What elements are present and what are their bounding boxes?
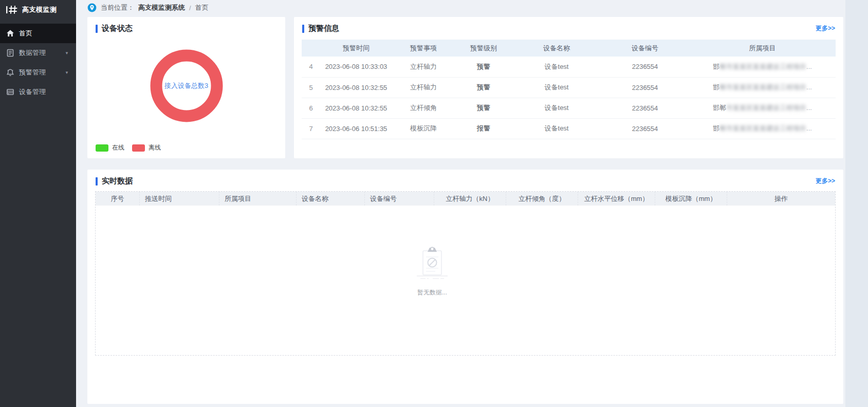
col-header: 设备编号 xyxy=(601,40,689,57)
col-header: 操作 xyxy=(727,192,835,206)
logo[interactable]: 高支模监测 xyxy=(0,0,76,21)
sidebar-item-label: 数据管理 xyxy=(19,48,46,58)
cell-level: 报警 xyxy=(455,118,512,139)
breadcrumb: 当前位置： 高支模监测系统 / 首页 xyxy=(76,0,845,15)
cell-time: 2023-06-08 10:32:55 xyxy=(320,98,392,118)
col-header: 所属项目 xyxy=(219,192,297,206)
row-index: 5 xyxy=(302,77,320,98)
realtime-table-header-row: 序号 推送时间 所属项目 设备名称 设备编号 立杆轴力（kN） 立杆倾角（度） … xyxy=(96,192,835,206)
sidebar-item-label: 设备管理 xyxy=(19,87,46,97)
donut-center-label: 接入设备总数3 xyxy=(164,81,208,90)
empty-clipboard-icon xyxy=(415,246,449,283)
col-header: 模板沉降（mm） xyxy=(655,192,727,206)
logo-grid-icon xyxy=(6,5,19,14)
breadcrumb-current[interactable]: 首页 xyxy=(195,3,209,12)
panel-title: 设备状态 xyxy=(102,24,277,33)
legend-offline-label: 离线 xyxy=(149,143,161,152)
cell-device-name: 设备test xyxy=(512,98,601,118)
sidebar-item-device-management[interactable]: 设备管理 xyxy=(0,82,76,102)
redacted-text: 郸市某某区某某建设工程项目 xyxy=(719,124,806,132)
table-row[interactable]: 6 2023-06-08 10:32:55 立杆倾角 预警 设备test 223… xyxy=(302,98,836,118)
home-icon xyxy=(6,29,14,38)
col-header: 序号 xyxy=(96,192,140,206)
logo-title: 高支模监测 xyxy=(22,5,57,14)
main-area: 当前位置： 高支模监测系统 / 首页 设备状态 接入设备总数3 xyxy=(76,0,845,407)
sidebar-item-warning-management[interactable]: 预警管理 ▼ xyxy=(0,63,76,82)
col-header: 设备名称 xyxy=(512,40,601,57)
col-header: 推送时间 xyxy=(140,192,219,206)
cell-level: 预警 xyxy=(455,98,512,118)
breadcrumb-prefix: 当前位置： xyxy=(101,3,134,12)
cell-item: 立杆轴力 xyxy=(392,57,455,77)
col-header: 设备名称 xyxy=(297,192,365,206)
cell-level: 预警 xyxy=(455,77,512,98)
table-row[interactable]: 5 2023-06-08 10:32:55 立杆轴力 预警 设备test 223… xyxy=(302,77,836,98)
cell-item: 模板沉降 xyxy=(392,118,455,139)
table-row[interactable]: 4 2023-06-08 10:33:03 立杆轴力 预警 设备test 223… xyxy=(302,57,836,77)
legend-online-swatch[interactable] xyxy=(96,144,108,152)
cell-time: 2023-06-08 10:32:55 xyxy=(320,77,392,98)
row-index: 6 xyxy=(302,98,320,118)
device-status-panel: 设备状态 接入设备总数3 在线 离线 xyxy=(87,17,285,158)
cell-device-name: 设备test xyxy=(512,118,601,139)
empty-text: 暂无数据... xyxy=(417,288,447,297)
warning-table: 预警时间 预警事项 预警级别 设备名称 设备编号 所属项目 4 xyxy=(302,40,836,139)
col-header: 立杆水平位移（mm） xyxy=(578,192,655,206)
chart-legend: 在线 离线 xyxy=(96,143,161,152)
breadcrumb-separator: / xyxy=(189,4,191,12)
table-row[interactable]: 7 2023-06-06 10:51:35 模板沉降 报警 设备test 223… xyxy=(302,118,836,139)
cell-level: 预警 xyxy=(455,57,512,77)
sidebar-item-label: 预警管理 xyxy=(19,68,46,77)
chevron-down-icon: ▼ xyxy=(65,70,69,75)
sidebar-item-data-management[interactable]: 数据管理 ▼ xyxy=(0,43,76,63)
col-header: 立杆轴力（kN） xyxy=(434,192,506,206)
cell-device-name: 设备test xyxy=(512,77,601,98)
breadcrumb-root[interactable]: 高支模监测系统 xyxy=(138,3,185,12)
empty-state: 暂无数据... xyxy=(415,246,449,297)
cell-device-no: 2236554 xyxy=(601,118,689,139)
title-accent-bar xyxy=(302,25,304,33)
sidebar-item-home[interactable]: 首页 xyxy=(0,24,76,43)
cell-project: 邯郸市某某区某某建设工程项目... xyxy=(689,77,836,98)
warning-more-link[interactable]: 更多>> xyxy=(816,24,835,33)
redacted-text: 郸市某某区某某建设工程项目 xyxy=(719,83,806,91)
cell-project: 邯郸市某某区某某建设工程项目... xyxy=(689,98,836,118)
warning-table-header-row: 预警时间 预警事项 预警级别 设备名称 设备编号 所属项目 xyxy=(302,40,836,57)
title-accent-bar xyxy=(96,177,98,186)
panel-title: 预警信息 xyxy=(308,24,816,33)
col-header-index xyxy=(302,40,320,57)
col-header: 预警级别 xyxy=(455,40,512,57)
app-root: 高支模监测 首页 数据管理 ▼ xyxy=(0,0,868,407)
row-index: 4 xyxy=(302,57,320,77)
cell-project: 邯郸市某某区某某建设工程项目... xyxy=(689,57,836,77)
redacted-text: 市某某区某某建设工程项目 xyxy=(726,104,806,112)
cell-time: 2023-06-08 10:33:03 xyxy=(320,57,392,77)
legend-offline-swatch[interactable] xyxy=(132,144,145,152)
row-index: 7 xyxy=(302,118,320,139)
cell-device-no: 2236554 xyxy=(601,57,689,77)
panel-title: 实时数据 xyxy=(102,176,816,186)
alarm-icon xyxy=(6,68,14,77)
col-header: 预警时间 xyxy=(320,40,392,57)
col-header: 所属项目 xyxy=(689,40,836,57)
chevron-down-icon: ▼ xyxy=(65,51,69,55)
redacted-text: 郸市某某区某某建设工程项目 xyxy=(719,63,806,70)
warning-panel: 预警信息 更多>> 预警时间 预警事项 xyxy=(294,17,843,158)
device-status-chart[interactable]: 接入设备总数3 xyxy=(87,35,285,136)
col-header: 预警事项 xyxy=(392,40,455,57)
sidebar-menu: 首页 数据管理 ▼ xyxy=(0,24,76,102)
data-icon xyxy=(6,49,14,57)
col-header: 立杆倾角（度） xyxy=(506,192,578,206)
cell-time: 2023-06-06 10:51:35 xyxy=(320,118,392,139)
realtime-panel: 实时数据 更多>> 序号 推送时间 所属项目 设备名称 设备编号 立杆轴力（kN… xyxy=(87,170,843,404)
cell-item: 立杆倾角 xyxy=(392,98,455,118)
cell-device-no: 2236554 xyxy=(601,98,689,118)
legend-online-label: 在线 xyxy=(112,143,124,152)
cell-item: 立杆轴力 xyxy=(392,77,455,98)
sidebar-item-label: 首页 xyxy=(19,29,32,38)
realtime-table: 序号 推送时间 所属项目 设备名称 设备编号 立杆轴力（kN） 立杆倾角（度） … xyxy=(95,191,836,356)
cell-project: 邯郸市某某区某某建设工程项目... xyxy=(689,118,836,139)
col-header: 设备编号 xyxy=(365,192,434,206)
sidebar: 高支模监测 首页 数据管理 ▼ xyxy=(0,0,76,407)
realtime-more-link[interactable]: 更多>> xyxy=(816,177,835,186)
